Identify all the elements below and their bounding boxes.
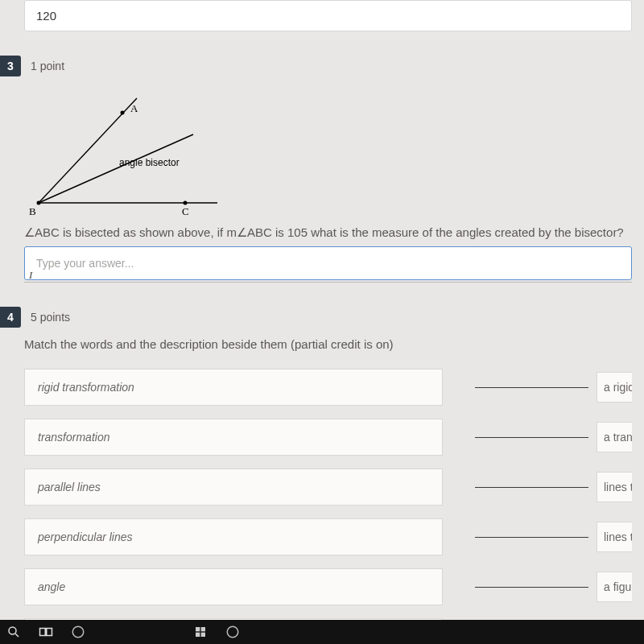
match-def[interactable]: lines t bbox=[597, 472, 632, 502]
q3-points: 1 point bbox=[31, 60, 64, 72]
match-term[interactable]: parallel lines bbox=[24, 469, 443, 506]
taskbar bbox=[0, 620, 644, 644]
svg-rect-14 bbox=[201, 633, 205, 637]
match-term[interactable]: angle bbox=[24, 568, 443, 605]
app-icon[interactable] bbox=[193, 625, 208, 639]
label-bisector: angle bisector bbox=[119, 157, 180, 168]
q4-points: 5 points bbox=[31, 311, 70, 324]
q4-number: 4 bbox=[0, 307, 21, 328]
svg-rect-8 bbox=[40, 629, 46, 636]
circle-icon[interactable] bbox=[225, 625, 240, 639]
match-term[interactable]: transformation bbox=[24, 419, 443, 456]
q3-question: ∠ABC is bisected as shown above, if m∠AB… bbox=[24, 225, 632, 240]
match-row: transformation a tran bbox=[24, 419, 632, 456]
match-line bbox=[475, 587, 588, 588]
search-icon[interactable] bbox=[6, 625, 21, 639]
svg-rect-9 bbox=[47, 629, 52, 636]
angle-symbol-1: ∠ bbox=[24, 226, 35, 239]
svg-point-1 bbox=[121, 111, 125, 115]
svg-rect-11 bbox=[196, 627, 200, 631]
match-line bbox=[475, 437, 588, 438]
match-def[interactable]: a rigid bbox=[597, 372, 632, 402]
match-def[interactable]: lines t bbox=[597, 522, 632, 552]
match-term[interactable]: rigid transformation bbox=[24, 369, 443, 406]
q3-number: 3 bbox=[0, 56, 21, 76]
label-b: B bbox=[29, 205, 36, 218]
q3-text-post: ABC is 105 what is the measure of the an… bbox=[247, 225, 624, 239]
match-def[interactable]: a tran bbox=[597, 422, 632, 452]
q3-header: 3 1 point bbox=[0, 56, 632, 76]
task-view-icon[interactable] bbox=[39, 625, 53, 639]
angle-symbol-2: ∠ bbox=[237, 226, 247, 239]
svg-point-15 bbox=[227, 626, 238, 638]
svg-rect-12 bbox=[201, 627, 205, 631]
match-row: parallel lines lines t bbox=[24, 469, 632, 506]
match-line bbox=[475, 387, 588, 388]
q4-prompt: Match the words and the description besi… bbox=[24, 337, 632, 351]
match-line bbox=[475, 537, 588, 538]
q4-header: 4 5 points bbox=[0, 307, 632, 328]
svg-line-7 bbox=[15, 634, 19, 637]
prev-answer-field[interactable]: 120 bbox=[24, 0, 632, 31]
match-term[interactable]: perpendicular lines bbox=[24, 518, 443, 555]
label-c: C bbox=[182, 205, 189, 218]
svg-point-6 bbox=[9, 627, 16, 634]
svg-point-10 bbox=[72, 626, 84, 638]
label-a: A bbox=[130, 102, 138, 115]
svg-point-5 bbox=[37, 201, 41, 205]
svg-rect-13 bbox=[196, 633, 200, 637]
circle-icon[interactable] bbox=[71, 625, 85, 639]
q3-text-pre: ABC is bisected as shown above, if m bbox=[35, 225, 237, 239]
match-row: rigid transformation a rigid bbox=[24, 369, 632, 406]
match-line bbox=[475, 487, 588, 488]
match-row: angle a figur bbox=[24, 568, 632, 605]
svg-line-2 bbox=[39, 134, 193, 203]
angle-svg bbox=[24, 86, 233, 219]
q3-answer-input[interactable] bbox=[24, 246, 632, 280]
match-def[interactable]: a figur bbox=[597, 572, 632, 602]
svg-point-4 bbox=[184, 201, 188, 205]
underline bbox=[24, 282, 632, 283]
match-row: perpendicular lines lines t bbox=[24, 518, 632, 555]
match-area: rigid transformation a rigid transformat… bbox=[24, 369, 632, 644]
angle-diagram: A B C angle bisector bbox=[24, 86, 233, 219]
